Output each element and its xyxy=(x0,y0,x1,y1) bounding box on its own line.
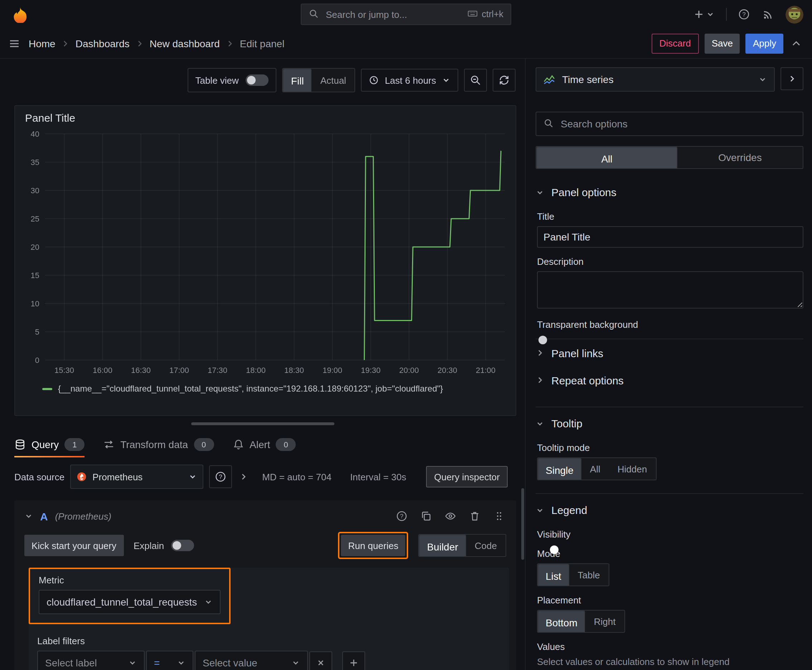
table-view-toggle[interactable] xyxy=(246,74,269,86)
datasource-help-button[interactable]: ? xyxy=(209,465,232,488)
transform-count-badge: 0 xyxy=(194,438,214,451)
delete-query-button[interactable] xyxy=(468,509,482,523)
panel-title-input[interactable] xyxy=(537,226,804,248)
transform-icon xyxy=(103,439,115,450)
chevron-down-icon xyxy=(536,506,544,514)
fill-option[interactable]: Fill xyxy=(283,69,312,92)
svg-text:30: 30 xyxy=(31,186,39,195)
svg-text:19:00: 19:00 xyxy=(322,366,342,375)
splitter-handle[interactable] xyxy=(191,422,334,425)
svg-text:16:00: 16:00 xyxy=(93,366,112,375)
builder-option[interactable]: Builder xyxy=(419,535,466,557)
refresh-button[interactable] xyxy=(493,69,515,91)
query-inspector-button[interactable]: Query inspector xyxy=(426,466,508,487)
toggle-query-visibility-button[interactable] xyxy=(443,509,458,523)
apply-button[interactable]: Apply xyxy=(746,33,783,53)
placement-bottom-option[interactable]: Bottom xyxy=(538,611,585,633)
clock-icon xyxy=(369,75,379,85)
builder-code-segmented: Builder Code xyxy=(419,534,506,557)
legend-section: Legend Visibility Mode List Table Placem… xyxy=(536,493,804,667)
time-range-picker[interactable]: Last 6 hours xyxy=(361,69,458,91)
kick-start-button[interactable]: Kick start your query xyxy=(24,535,124,556)
legend-table-option[interactable]: Table xyxy=(569,564,609,585)
query-row-header[interactable]: A (Prometheus) ? xyxy=(22,505,509,528)
tooltip-single-option[interactable]: Single xyxy=(538,458,581,481)
legend-header[interactable]: Legend xyxy=(536,500,804,520)
legend-placement-field: Placement Bottom Right xyxy=(537,595,804,633)
metric-select[interactable]: cloudflared_tunnel_total_requests xyxy=(39,590,220,614)
tab-transform[interactable]: Transform data 0 xyxy=(103,431,214,457)
chevron-right-icon xyxy=(135,39,144,47)
add-filter-button[interactable] xyxy=(342,651,365,670)
svg-text:25: 25 xyxy=(31,214,39,223)
drag-query-handle[interactable] xyxy=(492,509,506,523)
editor-tabs: Query 1 Transform data 0 Alert 0 xyxy=(0,431,525,457)
expand-options-button[interactable] xyxy=(238,471,249,482)
chevron-down-icon xyxy=(536,419,544,428)
svg-text:?: ? xyxy=(400,513,403,520)
max-data-points: MD = auto = 704 xyxy=(262,471,332,482)
breadcrumb-new-dashboard[interactable]: New dashboard xyxy=(150,37,220,49)
grafana-logo-icon[interactable] xyxy=(12,6,29,23)
legend-list-option[interactable]: List xyxy=(538,564,569,586)
label-filters-row: Select label = Select value xyxy=(37,651,500,670)
tooltip-header[interactable]: Tooltip xyxy=(536,413,804,434)
toggle-viz-picker-button[interactable] xyxy=(780,67,804,90)
query-ref-id: A xyxy=(40,510,48,522)
help-button[interactable]: ? xyxy=(737,7,751,22)
panel-card[interactable]: Panel Title 051015202530354015:3016:0016… xyxy=(14,105,516,416)
datasource-picker[interactable]: Prometheus xyxy=(70,465,203,489)
query-help-button[interactable]: ? xyxy=(395,509,409,523)
duplicate-query-button[interactable] xyxy=(419,509,433,523)
user-avatar[interactable] xyxy=(785,5,804,23)
select-label-dropdown[interactable]: Select label xyxy=(37,651,145,670)
zoom-out-button[interactable] xyxy=(464,69,487,91)
select-value-dropdown[interactable]: Select value xyxy=(195,651,308,670)
explain-toggle[interactable] xyxy=(171,540,194,551)
breadcrumb-dashboards[interactable]: Dashboards xyxy=(76,37,130,49)
operator-dropdown[interactable]: = xyxy=(146,651,193,670)
visualization-row: Time series xyxy=(536,67,804,91)
code-option[interactable]: Code xyxy=(466,535,505,556)
repeat-options-header[interactable]: Repeat options xyxy=(536,367,804,394)
actual-option[interactable]: Actual xyxy=(312,69,355,91)
tab-all[interactable]: All xyxy=(536,147,677,169)
tab-query[interactable]: Query 1 xyxy=(14,431,85,457)
collapse-options-button[interactable] xyxy=(789,36,804,51)
legend-swatch xyxy=(42,387,52,390)
search-input[interactable] xyxy=(324,8,462,20)
tooltip-mode-segmented: Single All Hidden xyxy=(537,457,656,481)
new-button[interactable] xyxy=(692,7,716,22)
left-pane-scrollbar[interactable] xyxy=(521,488,524,560)
run-queries-button[interactable]: Run queries xyxy=(341,535,405,556)
options-search[interactable] xyxy=(536,112,804,136)
chevron-down-icon xyxy=(24,512,33,520)
tooltip-hidden-option[interactable]: Hidden xyxy=(609,458,656,480)
panel-options-header[interactable]: Panel options xyxy=(536,182,804,203)
query-actions-row: Kick start your query Explain Run querie… xyxy=(22,528,509,559)
tooltip-all-option[interactable]: All xyxy=(581,458,609,480)
global-search[interactable]: ctrl+k xyxy=(301,3,511,25)
panel-links-header[interactable]: Panel links xyxy=(536,339,804,367)
visualization-picker[interactable]: Time series xyxy=(536,67,775,91)
news-button[interactable] xyxy=(761,7,775,22)
tab-overrides[interactable]: Overrides xyxy=(677,147,803,168)
legend-mode-field: Mode List Table xyxy=(537,548,804,586)
query-builder-body: Metric cloudflared_tunnel_total_requests… xyxy=(29,568,509,670)
placement-right-option[interactable]: Right xyxy=(585,611,624,632)
svg-text:17:00: 17:00 xyxy=(170,366,189,375)
breadcrumb-home[interactable]: Home xyxy=(29,37,56,49)
keyboard-icon xyxy=(468,8,478,20)
search-icon xyxy=(309,8,319,20)
options-search-input[interactable] xyxy=(559,117,795,130)
discard-button[interactable]: Discard xyxy=(652,33,699,53)
remove-filter-button[interactable] xyxy=(309,651,332,670)
search-shortcut: ctrl+k xyxy=(468,8,503,20)
chart-legend[interactable]: {__name__="cloudflared_tunnel_total_requ… xyxy=(15,381,515,394)
database-icon xyxy=(14,439,26,450)
save-button[interactable]: Save xyxy=(705,33,740,53)
menu-button[interactable] xyxy=(7,36,22,51)
tab-alert[interactable]: Alert 0 xyxy=(232,431,296,457)
description-field: Description xyxy=(537,256,804,311)
panel-description-textarea[interactable] xyxy=(537,271,804,308)
